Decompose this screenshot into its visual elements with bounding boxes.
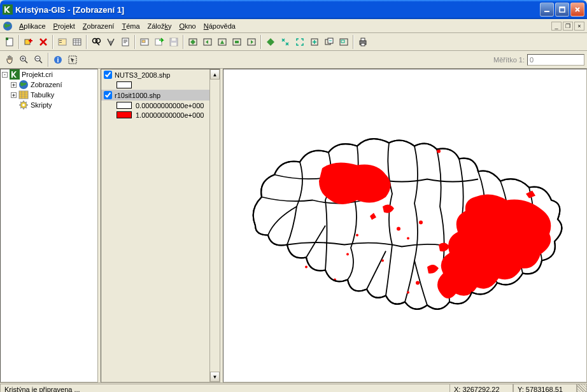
table-button[interactable] <box>70 35 84 49</box>
svg-point-48 <box>419 221 423 225</box>
toolbar-separator <box>260 35 262 49</box>
menu-napoveda-label: ápověda <box>209 22 236 30</box>
workspace: - Projekt.cri + Zobrazení + Tabulky Skri… <box>0 69 587 382</box>
menu-okno-label: kno <box>185 22 196 30</box>
svg-rect-32 <box>341 40 344 43</box>
lock-view-button[interactable] <box>308 35 322 49</box>
overview-button[interactable] <box>337 35 351 49</box>
resize-grip[interactable] <box>577 384 587 393</box>
class-swatch <box>117 102 132 109</box>
svg-rect-6 <box>6 38 8 40</box>
tree-root[interactable]: - Projekt.cri <box>1 69 97 80</box>
find-button[interactable] <box>89 35 103 49</box>
zoom-1to1-button[interactable] <box>278 35 292 49</box>
zoom-prev-button[interactable] <box>201 35 215 49</box>
toolbar-main <box>0 33 587 51</box>
expand-icon[interactable]: + <box>11 82 17 88</box>
maximize-button[interactable] <box>555 3 569 17</box>
toc-class-row-1: 1.00000000000e+000 <box>101 110 220 120</box>
export-button[interactable] <box>152 35 166 49</box>
menu-napoveda[interactable]: Nápověda <box>200 21 239 31</box>
toc-panel[interactable]: NUTS3_2008.shp r10sit1000.shp 0.00000000… <box>101 69 220 382</box>
svg-point-52 <box>305 266 308 269</box>
layer-name-label: NUTS3_2008.shp <box>115 71 170 79</box>
zoom-sel-button[interactable] <box>230 35 244 49</box>
menu-okno[interactable]: Okno <box>175 21 199 31</box>
svg-point-49 <box>356 234 358 237</box>
svg-rect-10 <box>59 42 62 43</box>
refresh-button[interactable] <box>264 35 278 49</box>
query-button[interactable] <box>104 35 118 49</box>
mdi-restore-button[interactable]: ❐ <box>563 22 573 31</box>
globe-icon <box>3 21 13 31</box>
layer-visibility-checkbox[interactable] <box>104 91 112 99</box>
mdi-close-button[interactable]: × <box>574 22 584 31</box>
save-button[interactable] <box>167 35 181 49</box>
mdi-buttons: _ ❐ × <box>551 22 584 31</box>
scroll-up-button[interactable]: ▲ <box>210 69 220 80</box>
add-theme-button[interactable] <box>22 35 36 49</box>
menu-tema[interactable]: Téma <box>118 21 143 31</box>
expand-icon[interactable]: + <box>11 92 17 98</box>
toolbar-separator <box>353 35 354 49</box>
status-x: X: 3267292.22 <box>449 384 513 393</box>
menu-aplikace[interactable]: Aplikace <box>15 21 50 31</box>
print-button[interactable] <box>356 35 370 49</box>
layout-button[interactable] <box>138 35 152 49</box>
select-tool-button[interactable] <box>66 53 80 67</box>
properties-button[interactable] <box>55 35 69 49</box>
svg-rect-0 <box>3 4 13 15</box>
script-button[interactable] <box>118 35 132 49</box>
minimize-button[interactable] <box>540 3 554 17</box>
class-label: 1.00000000000e+000 <box>136 111 204 119</box>
svg-point-47 <box>407 237 409 240</box>
zoom-full-button[interactable] <box>186 35 200 49</box>
menu-projekt-label: rojekt <box>58 22 75 30</box>
scale-display: Měřítko 1: <box>493 54 584 66</box>
scale-input[interactable] <box>527 54 584 66</box>
close-button[interactable] <box>570 3 584 17</box>
tree-node-scripts[interactable]: Skripty <box>1 100 97 110</box>
svg-rect-20 <box>172 38 176 41</box>
project-tree-panel[interactable]: - Projekt.cri + Zobrazení + Tabulky Skri… <box>0 69 98 382</box>
svg-point-55 <box>407 291 409 294</box>
svg-rect-11 <box>73 39 81 45</box>
zoom-out-tool-button[interactable] <box>32 53 46 67</box>
toc-layer-nuts3[interactable]: NUTS3_2008.shp <box>101 69 220 80</box>
fit-window-button[interactable] <box>293 35 307 49</box>
svg-rect-9 <box>59 40 62 41</box>
svg-rect-15 <box>122 38 129 46</box>
zoom-next-button[interactable] <box>244 35 258 49</box>
toc-scrollbar[interactable]: ▲ ▼ <box>209 69 220 382</box>
menu-projekt[interactable]: Projekt <box>50 21 79 31</box>
zoom-theme-button[interactable] <box>215 35 229 49</box>
mdi-minimize-button[interactable]: _ <box>551 22 562 31</box>
svg-rect-21 <box>171 43 176 46</box>
tree-scripts-label: Skripty <box>31 101 52 109</box>
toolbar-separator <box>18 35 20 49</box>
tree-tables-label: Tabulky <box>31 91 54 99</box>
toc-layer-r10sit[interactable]: r10sit1000.shp <box>101 90 220 101</box>
layer-name-label: r10sit1000.shp <box>115 92 160 99</box>
collapse-icon[interactable]: - <box>2 72 8 78</box>
delete-button[interactable] <box>36 35 50 49</box>
pan-tool-button[interactable] <box>3 53 17 67</box>
scroll-down-button[interactable]: ▼ <box>210 372 220 382</box>
globe-icon <box>18 80 29 90</box>
menu-zobrazeni[interactable]: Zobrazení <box>79 21 118 31</box>
identify-tool-button[interactable]: i <box>51 53 65 67</box>
zoom-in-tool-button[interactable] <box>17 53 31 67</box>
tree-node-tables[interactable]: + Tabulky <box>1 90 97 100</box>
new-project-button[interactable] <box>3 35 17 49</box>
menu-zalozky[interactable]: Záložky <box>144 21 176 31</box>
copy-view-button[interactable] <box>322 35 336 49</box>
menubar: Aplikace Projekt Zobrazení Téma Záložky … <box>0 19 587 33</box>
tree-node-views[interactable]: + Zobrazení <box>1 80 97 90</box>
status-message: Kristýna je připravena ... <box>0 384 449 393</box>
app-icon <box>3 4 13 15</box>
menu-zobrazeni-label: obrazení <box>87 22 115 30</box>
map-view[interactable] <box>223 69 587 382</box>
project-icon <box>10 69 20 80</box>
layer-visibility-checkbox[interactable] <box>104 71 112 79</box>
map-canvas[interactable] <box>223 69 586 382</box>
